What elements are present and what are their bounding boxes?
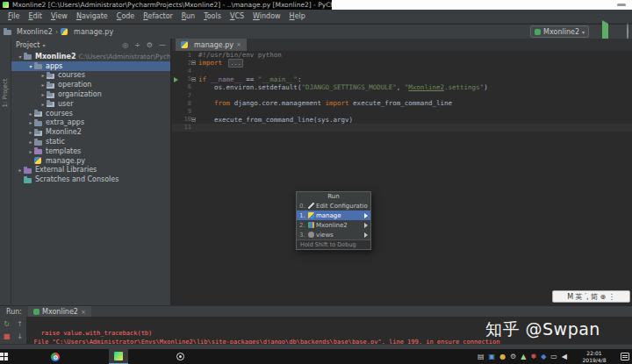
project-tool-button[interactable]: 1: Project	[2, 67, 9, 119]
taskbar-clock[interactable]: 22:01 2019/4/8	[578, 350, 610, 363]
tray-shield-icon[interactable]: ●	[499, 353, 506, 360]
python-file-icon	[181, 41, 189, 48]
tray-gear-icon[interactable]: ⚙	[510, 353, 516, 360]
code-token: os.environ.setdefault(	[198, 83, 301, 91]
run-popup-title: Run	[297, 192, 370, 201]
breadcrumb-item-manage-py[interactable]: manage.py	[61, 28, 113, 36]
run-config-selector[interactable]: Mxonline2 ▾	[530, 25, 589, 38]
chevron-collapsed-icon[interactable]: ▸	[40, 82, 47, 88]
menu-item-view[interactable]: View	[47, 12, 72, 20]
tree-item-mxonline2[interactable]: ▸Mxonline2	[11, 127, 170, 137]
chrome-taskbar-button[interactable]	[46, 349, 65, 364]
menu-item-file[interactable]: File	[4, 12, 24, 20]
chevron-collapsed-icon[interactable]: ▸	[27, 119, 34, 125]
folded-code-icon: ...	[228, 59, 244, 68]
tree-item-mxonline2[interactable]: ▾Mxonline2C:\Users\Administrator\Pycharm…	[11, 52, 170, 61]
tray-app-icon-3[interactable]: ✱	[530, 353, 536, 360]
tree-item-courses[interactable]: ▸courses	[11, 109, 170, 118]
locate-file-button[interactable]: ◎	[122, 41, 128, 49]
tree-item-templates[interactable]: ▸templates	[11, 146, 170, 156]
action-center-icon[interactable]	[621, 353, 629, 360]
prev-stacktrace-button[interactable]: ↑	[17, 321, 23, 328]
tree-item-organization[interactable]: ▸organization	[11, 89, 170, 99]
pycharm-taskbar-button[interactable]	[109, 349, 128, 364]
ime-status-bar[interactable]: M 英 ′, 简 ⊕ ⋮	[552, 290, 630, 303]
close-icon[interactable]: ×	[236, 41, 241, 48]
run-popup-item-manage[interactable]: 1.manage	[297, 211, 370, 220]
chevron-collapsed-icon[interactable]: ▸	[40, 91, 47, 97]
tree-item-scratches-and-consoles[interactable]: Scratches and Consoles	[11, 175, 170, 184]
tree-item-user[interactable]: ▸user	[11, 99, 170, 109]
tree-item-path: C:\Users\Administrator\PycharmProjects\M…	[78, 53, 170, 61]
chevron-collapsed-icon[interactable]: ▸	[40, 72, 47, 78]
folder-icon	[34, 62, 42, 69]
tree-item-extra-apps[interactable]: ▸extra_apps	[11, 118, 170, 128]
tree-item-static[interactable]: ▸static	[11, 137, 170, 146]
tree-item-label: operation	[58, 81, 91, 89]
chevron-collapsed-icon[interactable]: ▸	[40, 101, 47, 107]
run-popup-item-edit-configurations-[interactable]: 0.Edit Configurations...	[297, 201, 370, 211]
tree-item-operation[interactable]: ▸operation	[11, 80, 170, 89]
foldert-icon	[34, 147, 42, 154]
code-line-5: 5if __name__ == "__main__":	[172, 75, 632, 83]
project-panel-title[interactable]: Project	[16, 41, 40, 49]
tree-item-apps[interactable]: ▾apps	[11, 61, 170, 71]
run-popup-item-mxonline2[interactable]: 2.Mxonline2	[297, 220, 370, 230]
fold-marker-icon[interactable]	[191, 61, 196, 65]
code-token: import	[326, 99, 354, 107]
stop-button[interactable]: ■	[4, 333, 11, 340]
chevron-expanded-icon[interactable]: ▾	[17, 54, 24, 60]
chevron-collapsed-icon[interactable]: ▸	[27, 148, 34, 154]
menu-item-navigate[interactable]: Navigate	[72, 12, 112, 20]
close-icon[interactable]: ×	[81, 309, 86, 316]
start-button[interactable]	[0, 349, 13, 364]
console-toolbar: ↻↑■↓	[0, 317, 26, 344]
rerun-button[interactable]: ↻	[4, 321, 10, 328]
next-stacktrace-button[interactable]: ↓	[17, 333, 23, 340]
pkg-icon	[47, 72, 54, 79]
collapse-all-button[interactable]: ÷	[134, 41, 140, 49]
minimize-icon[interactable]	[617, 4, 626, 6]
tray-display-icon[interactable]: ▭	[550, 353, 557, 360]
fold-marker-icon[interactable]	[191, 77, 196, 82]
tab-label: manage.py	[194, 41, 233, 49]
line-number: 6	[172, 83, 198, 90]
code-editor[interactable]: 1#!/usr/bin/env python2import ...45if __…	[172, 51, 632, 305]
run-popup-item-views[interactable]: 3.views	[297, 230, 370, 239]
menu-item-edit[interactable]: Edit	[24, 12, 47, 20]
menu-item-run[interactable]: Run	[177, 12, 199, 20]
tree-item-courses[interactable]: ▸courses	[11, 71, 170, 81]
profiler-button[interactable]	[627, 24, 628, 40]
menu-item-code[interactable]: Code	[112, 12, 140, 20]
folder-icon	[34, 139, 42, 146]
menu-item-help[interactable]: Help	[285, 12, 310, 20]
code-token: :	[298, 75, 302, 83]
tray-app-icon-1[interactable]: ▣	[489, 353, 496, 360]
run-button[interactable]	[602, 24, 608, 40]
fold-marker-icon[interactable]	[191, 118, 196, 122]
tray-volume-icon[interactable]: ◀	[562, 353, 567, 360]
menu-item-vcs[interactable]: VCS	[226, 12, 248, 20]
chevron-expanded-icon[interactable]: ▾	[27, 63, 34, 69]
settings-gear-button[interactable]: ⚙	[147, 41, 153, 49]
chevron-collapsed-icon[interactable]: ▸	[27, 139, 34, 145]
tab-manage-py[interactable]: manage.py ×	[176, 39, 247, 51]
chevron-collapsed-icon[interactable]: ▸	[17, 167, 24, 173]
menu-item-tools[interactable]: Tools	[199, 12, 226, 20]
tree-item-label: templates	[46, 147, 81, 155]
tree-item-manage-py[interactable]: manage.py	[11, 156, 170, 166]
hide-panel-button[interactable]: —	[159, 41, 166, 49]
generic-icon	[176, 353, 184, 360]
tray-app-icon-4[interactable]: ◆	[541, 353, 546, 360]
menu-item-refactor[interactable]: Refactor	[139, 12, 177, 20]
tree-item-external-libraries[interactable]: ▸External Libraries	[11, 166, 170, 175]
menu-item-window[interactable]: Window	[248, 12, 285, 20]
chevron-collapsed-icon[interactable]: ▸	[27, 129, 34, 135]
tray-app-icon-2[interactable]: ▲	[521, 353, 526, 360]
run-line-icon[interactable]	[174, 77, 178, 82]
submenu-arrow-icon	[364, 232, 368, 238]
chevron-collapsed-icon[interactable]: ▸	[27, 111, 34, 117]
app-taskbar-button[interactable]	[170, 349, 190, 364]
tray-clipboard-icon[interactable]: ▤	[478, 353, 485, 360]
breadcrumb-item-mxonline2[interactable]: Mxonline2	[4, 28, 53, 36]
